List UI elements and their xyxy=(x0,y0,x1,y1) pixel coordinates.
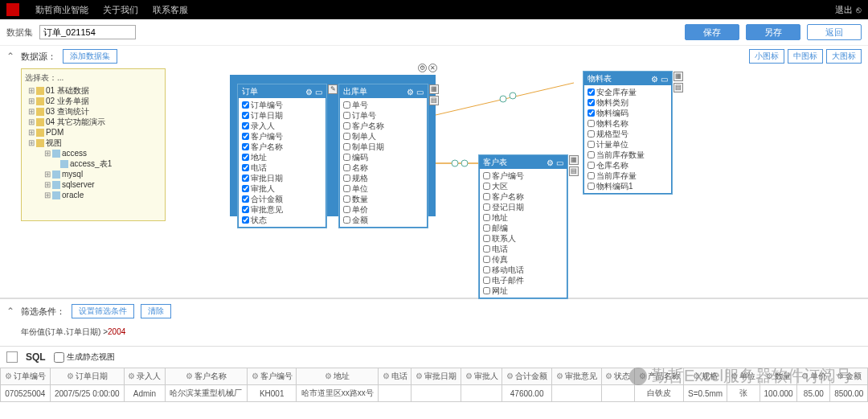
field-row[interactable]: 合计金额 xyxy=(242,194,322,204)
field-row[interactable]: 电话 xyxy=(483,244,563,254)
field-row[interactable]: 名称 xyxy=(343,162,424,173)
field-row[interactable]: 大区 xyxy=(483,181,563,191)
sel-close-icon[interactable]: ✕ xyxy=(428,64,437,72)
col-header[interactable]: ⚙状态 xyxy=(601,368,634,385)
static-view-checkbox[interactable]: 生成静态视图 xyxy=(54,351,115,363)
dock-icon[interactable]: ▭ xyxy=(315,88,322,97)
field-row[interactable]: 客户编号 xyxy=(483,170,563,181)
field-row[interactable]: 审批日期 xyxy=(242,173,322,183)
col-header[interactable]: ⚙审批意见 xyxy=(551,368,601,385)
col-header[interactable]: ⚙客户名称 xyxy=(166,368,248,385)
field-row[interactable]: 数量 xyxy=(343,194,424,204)
field-row[interactable]: 物料编码 xyxy=(588,108,668,118)
field-row[interactable]: 订单日期 xyxy=(242,110,322,121)
col-header[interactable]: ⚙客户编号 xyxy=(247,368,297,385)
field-row[interactable]: 网址 xyxy=(483,285,563,296)
field-row[interactable]: 规格型号 xyxy=(588,129,668,139)
gear-icon[interactable]: ⚙ xyxy=(651,75,658,84)
table-box-order[interactable]: 订单⚙▭ 订单编号订单日期录入人客户编号客户名称地址电话审批日期审批人合计金额审… xyxy=(238,84,326,228)
save-button[interactable]: 保存 xyxy=(685,24,739,40)
field-row[interactable]: 客户名称 xyxy=(343,121,424,131)
field-row[interactable]: 客户名称 xyxy=(242,142,322,152)
field-row[interactable]: 安全库存量 xyxy=(588,87,668,97)
collapse-icon[interactable]: ⌃ xyxy=(6,51,14,62)
gear-icon[interactable]: ⚙ xyxy=(305,88,313,97)
dock-icon[interactable]: ▭ xyxy=(556,158,563,167)
field-row[interactable]: 当前库存数量 xyxy=(588,150,668,160)
col-header[interactable]: ⚙产品名称 xyxy=(634,368,684,385)
table-box-out[interactable]: 出库单⚙▭ 单号订单号客户名称制单人制单日期编码名称规格单位数量单价金额 xyxy=(339,84,428,228)
field-row[interactable]: 规格 xyxy=(343,173,424,183)
field-row[interactable]: 制单人 xyxy=(343,131,424,142)
dock-icon[interactable]: ▭ xyxy=(416,88,424,97)
field-row[interactable]: 地址 xyxy=(242,152,322,162)
tree-item[interactable]: ⊞sqlserver xyxy=(25,179,162,190)
field-row[interactable]: 客户名称 xyxy=(483,191,563,202)
field-row[interactable]: 单号 xyxy=(343,100,424,110)
gear-icon[interactable]: ⚙ xyxy=(547,158,554,167)
back-button[interactable]: 返回 xyxy=(807,24,862,40)
col-header[interactable]: ⚙地址 xyxy=(297,368,379,385)
field-row[interactable]: 单价 xyxy=(343,204,424,215)
dataset-input[interactable] xyxy=(39,25,136,39)
tree-item[interactable]: ⊞04 其它功能演示 xyxy=(25,117,162,127)
tree-item[interactable]: ⊞02 业务单据 xyxy=(25,96,162,106)
table-box-mat[interactable]: 物料表⚙▭ 安全库存量物料类别物料编码物料名称规格型号计量单位当前库存数量仓库名… xyxy=(583,72,672,194)
field-row[interactable]: 移动电话 xyxy=(483,265,563,275)
field-row[interactable]: 传真 xyxy=(483,254,563,265)
tree-item[interactable]: ⊞PDM xyxy=(25,127,162,138)
saveas-button[interactable]: 另存 xyxy=(746,24,800,40)
nav-bi[interactable]: 勤哲商业智能 xyxy=(35,4,88,16)
field-row[interactable]: 金额 xyxy=(343,215,424,225)
col-header[interactable]: ⚙规格 xyxy=(684,368,727,385)
col-header[interactable]: ⚙数量 xyxy=(760,368,796,385)
box-tools-cust[interactable]: ▦▤ xyxy=(569,155,579,176)
dock-icon[interactable]: ▭ xyxy=(661,75,668,84)
diagram-canvas[interactable]: ⚙✕ 订单⚙▭ 订单编号订单日期录入人客户编号客户名称地址电话审批日期审批人合计… xyxy=(166,67,868,298)
tree-item[interactable]: ⊞oracle xyxy=(25,190,162,200)
field-row[interactable]: 登记日期 xyxy=(483,202,563,212)
logout-link[interactable]: 退出 xyxy=(835,4,853,16)
field-row[interactable]: 联系人 xyxy=(483,233,563,244)
field-row[interactable]: 制单日期 xyxy=(343,142,424,152)
field-row[interactable]: 审批人 xyxy=(242,183,322,194)
field-row[interactable]: 客户编号 xyxy=(242,131,322,142)
field-row[interactable]: 邮编 xyxy=(483,223,563,233)
tree-item[interactable]: access_表1 xyxy=(25,158,162,169)
sel-opt-icon[interactable]: ⚙ xyxy=(418,64,427,72)
set-filter-button[interactable]: 设置筛选条件 xyxy=(72,304,134,318)
field-row[interactable]: 单位 xyxy=(343,183,424,194)
source-tree[interactable]: 选择表：... ⊞01 基础数据⊞02 业务单据⊞03 查询统计⊞04 其它功能… xyxy=(21,68,166,221)
col-header[interactable]: ⚙录入人 xyxy=(124,368,165,385)
add-datasource-button[interactable]: 添加数据集 xyxy=(63,49,117,64)
col-header[interactable]: ⚙订单编号 xyxy=(1,368,51,385)
nav-contact[interactable]: 联系客服 xyxy=(153,4,188,16)
field-row[interactable]: 状态 xyxy=(242,215,322,225)
box-tools-order[interactable]: ✎ xyxy=(328,84,338,94)
col-header[interactable]: ⚙单位 xyxy=(727,368,760,385)
icon-big-button[interactable]: 大图标 xyxy=(826,49,862,64)
table-box-cust[interactable]: 客户表⚙▭ 客户编号大区客户名称登记日期地址邮编联系人电话传真移动电话电子邮件网… xyxy=(479,155,567,298)
col-header[interactable]: ⚙单价 xyxy=(797,368,830,385)
field-row[interactable]: 物料类别 xyxy=(588,97,668,108)
field-row[interactable]: 地址 xyxy=(483,212,563,223)
col-header[interactable]: ⚙审批日期 xyxy=(411,368,461,385)
tree-item[interactable]: ⊞01 基础数据 xyxy=(25,85,162,96)
tree-item[interactable]: ⊞视图 xyxy=(25,138,162,148)
box-tools-out[interactable]: ▦▤ xyxy=(429,84,439,105)
col-header[interactable]: ⚙审批人 xyxy=(461,368,502,385)
col-header[interactable]: ⚙订单日期 xyxy=(50,368,124,385)
field-row[interactable]: 电子邮件 xyxy=(483,275,563,285)
nav-about[interactable]: 关于我们 xyxy=(103,4,138,16)
tree-item[interactable]: ⊞mysql xyxy=(25,169,162,179)
col-header[interactable]: ⚙合计金额 xyxy=(502,368,552,385)
field-row[interactable]: 订单号 xyxy=(343,110,424,121)
icon-small-button[interactable]: 小图标 xyxy=(749,49,784,64)
field-row[interactable]: 订单编号 xyxy=(242,100,322,110)
col-header[interactable]: ⚙电话 xyxy=(379,368,411,385)
field-row[interactable]: 录入人 xyxy=(242,121,322,131)
field-row[interactable]: 电话 xyxy=(242,162,322,173)
field-row[interactable]: 审批意见 xyxy=(242,204,322,215)
tree-item[interactable]: ⊞03 查询统计 xyxy=(25,106,162,117)
result-grid[interactable]: ⚙订单编号⚙订单日期⚙录入人⚙客户名称⚙客户编号⚙地址⚙电话⚙审批日期⚙审批人⚙… xyxy=(0,368,868,402)
